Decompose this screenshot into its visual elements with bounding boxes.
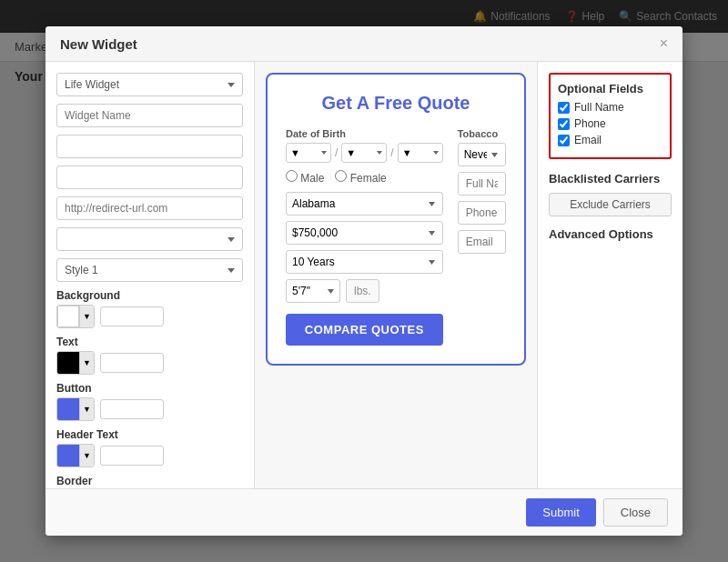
- close-footer-button[interactable]: Close: [603, 498, 668, 527]
- text-color-label: Text: [56, 336, 243, 348]
- term-select[interactable]: 10 Years: [286, 250, 443, 274]
- email-checkbox-item: Email: [558, 134, 662, 146]
- dob-sep2: /: [390, 143, 393, 163]
- button-color-label: Button: [56, 382, 243, 395]
- button-hex-input[interactable]: #4f62e3: [100, 399, 164, 419]
- left-panel: Life Widget Get A Free Quote Compare Quo…: [46, 62, 255, 488]
- blacklisted-carriers-title: Blacklisted Carriers: [549, 172, 672, 186]
- fullname-field[interactable]: [458, 172, 506, 196]
- button2-input[interactable]: Compare Quotes: [56, 166, 243, 189]
- text-hex-input[interactable]: #000000: [100, 353, 164, 373]
- header-text-label: Header Text: [56, 428, 243, 441]
- dob-label: Date of Birth: [286, 128, 443, 139]
- button1-group: Get A Free Quote: [56, 135, 243, 158]
- button1-input[interactable]: Get A Free Quote: [56, 135, 243, 158]
- header-text-color-arrow[interactable]: ▼: [79, 445, 94, 467]
- modal-footer: Submit Close: [46, 488, 682, 536]
- submit-button[interactable]: Submit: [526, 498, 595, 527]
- widget-name-group: [56, 104, 243, 127]
- dob-year-select[interactable]: ▼: [398, 143, 443, 163]
- widget-name-input[interactable]: [56, 104, 243, 127]
- redirect-url-group: [56, 196, 243, 220]
- modal-header: New Widget ×: [46, 26, 682, 62]
- text-color-swatch[interactable]: [57, 352, 79, 374]
- header-text-color-swatch[interactable]: [57, 445, 79, 467]
- header-text-color-group: ▼ #4f62e3: [56, 444, 243, 467]
- gender-female-radio[interactable]: [335, 170, 347, 182]
- text-swatch-container: ▼: [56, 351, 95, 375]
- widget-preview-panel: Get A Free Quote Date of Birth ▼ /: [255, 62, 537, 488]
- tobacco-select[interactable]: Never: [458, 143, 506, 166]
- button-color-arrow[interactable]: ▼: [79, 398, 94, 420]
- button-swatch-container: ▼: [56, 397, 95, 421]
- height-row: 5'7" lbs.: [286, 279, 443, 303]
- modal-title: New Widget: [60, 36, 137, 52]
- phone-field[interactable]: [458, 201, 506, 225]
- gender-female-label[interactable]: Female: [335, 170, 386, 185]
- widget-preview-header: Get A Free Quote: [286, 93, 506, 114]
- fullname-checkbox[interactable]: [558, 102, 570, 114]
- modal-body: Life Widget Get A Free Quote Compare Quo…: [46, 62, 682, 488]
- background-label: Background: [56, 289, 243, 302]
- gender-male-radio[interactable]: [286, 170, 298, 182]
- coverage-select[interactable]: $750,000: [286, 221, 443, 245]
- empty-select[interactable]: [56, 227, 243, 251]
- new-widget-modal: New Widget × Life Widget Get A Free Quot…: [46, 26, 682, 536]
- height-select[interactable]: 5'7": [286, 279, 340, 303]
- dob-day-select[interactable]: ▼: [341, 143, 387, 163]
- header-text-swatch-container: ▼: [56, 444, 95, 467]
- button-color-group: ▼ #4f62e3: [56, 397, 243, 421]
- text-color-group: ▼ #000000: [56, 351, 243, 375]
- height-unit: lbs.: [346, 279, 379, 303]
- widget-type-group: Life Widget: [56, 73, 243, 96]
- phone-checkbox-label: Phone: [574, 117, 606, 130]
- optional-fields-title: Optional Fields: [558, 82, 662, 95]
- exclude-carriers-button[interactable]: Exclude Carriers: [549, 193, 672, 216]
- compare-quotes-button[interactable]: COMPARE QUOTES: [286, 314, 443, 346]
- style-select[interactable]: Style 1: [56, 258, 243, 282]
- widget-left-fields: Date of Birth ▼ / ▼ /: [286, 128, 443, 346]
- modal-close-button[interactable]: ×: [660, 35, 668, 52]
- email-field[interactable]: [458, 230, 506, 254]
- email-checkbox[interactable]: [558, 135, 570, 146]
- tobacco-label: Tobacco: [458, 128, 506, 139]
- text-color-arrow[interactable]: ▼: [79, 352, 94, 374]
- right-panel: Optional Fields Full Name Phone Email Bl…: [537, 62, 682, 488]
- phone-checkbox-item: Phone: [558, 117, 662, 130]
- dob-month-select[interactable]: ▼: [286, 143, 331, 163]
- modal-overlay: New Widget × Life Widget Get A Free Quot…: [0, 0, 728, 562]
- background-color-swatch[interactable]: [57, 306, 79, 327]
- widget-preview: Get A Free Quote Date of Birth ▼ /: [266, 73, 526, 366]
- button-color-swatch[interactable]: [57, 398, 79, 420]
- widget-type-select[interactable]: Life Widget: [56, 73, 243, 96]
- gender-male-label[interactable]: Male: [286, 170, 324, 185]
- button2-group: Compare Quotes: [56, 166, 243, 189]
- email-checkbox-label: Email: [574, 134, 602, 146]
- fullname-checkbox-item: Full Name: [558, 101, 662, 114]
- header-text-hex-input[interactable]: #4f62e3: [100, 446, 164, 466]
- dob-sep1: /: [335, 143, 338, 163]
- phone-checkbox[interactable]: [558, 118, 570, 130]
- state-select[interactable]: Alabama: [286, 192, 443, 216]
- background-color-group: ▼ #ffffff: [56, 305, 243, 328]
- background-hex-input[interactable]: #ffffff: [100, 306, 164, 326]
- redirect-url-input[interactable]: [56, 196, 243, 220]
- dob-row: ▼ / ▼ / ▼: [286, 143, 443, 163]
- gender-row: Male Female: [286, 170, 443, 185]
- style-group: Style 1: [56, 258, 243, 282]
- border-label: Border: [56, 475, 243, 487]
- background-color-arrow[interactable]: ▼: [79, 306, 94, 327]
- widget-right-fields: Tobacco Never: [458, 128, 506, 346]
- empty-select-group: [56, 227, 243, 251]
- background-swatch-container: ▼: [56, 305, 95, 328]
- optional-fields-box: Optional Fields Full Name Phone Email: [549, 73, 672, 159]
- advanced-options-title: Advanced Options: [549, 227, 672, 241]
- fullname-checkbox-label: Full Name: [574, 101, 624, 114]
- widget-form: Date of Birth ▼ / ▼ /: [286, 128, 506, 346]
